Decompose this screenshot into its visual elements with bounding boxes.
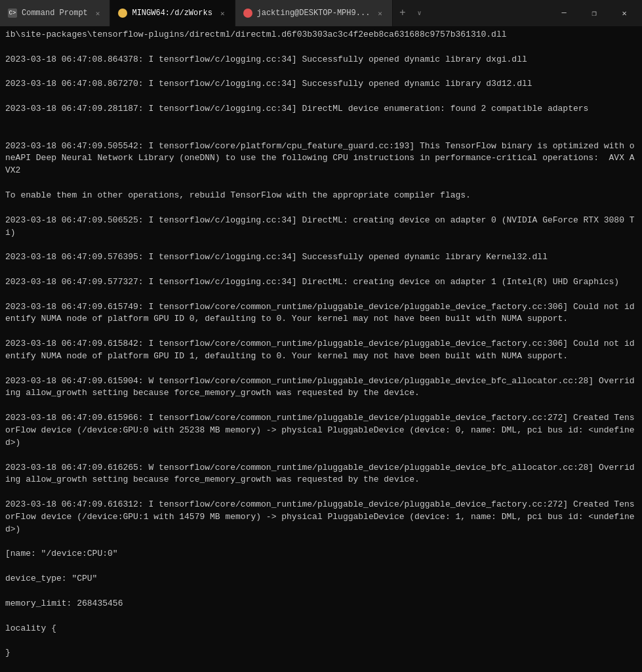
terminal-line: device_type: "CPU" <box>5 573 638 585</box>
terminal-line: 2023-03-18 06:47:09.505542: I tensorflow… <box>5 140 638 178</box>
tab-label-ssh: jackting@DESKTOP-MPH9... <box>257 9 371 18</box>
terminal-line: 2023-03-18 06:47:09.616312: I tensorflow… <box>5 499 638 536</box>
terminal-line: 2023-03-18 06:47:09.615749: I tensorflow… <box>5 301 638 326</box>
titlebar: C> Command Prompt ✕ MINGW64:/d/zWorks ✕ … <box>0 0 642 26</box>
ssh-icon <box>243 9 252 18</box>
terminal-line: 2023-03-18 06:47:09.576395: I tensorflow… <box>5 251 638 264</box>
terminal-line: 2023-03-18 06:47:09.281187: I tensorflow… <box>5 103 638 116</box>
tab-label-cmd: Command Prompt <box>22 9 88 18</box>
terminal-line: [name: "/device:CPU:0" <box>5 548 638 560</box>
terminal-line: To enable them in other operations, rebu… <box>5 190 638 202</box>
terminal-output[interactable]: ib\site-packages\tensorflow-plugins/dire… <box>0 26 642 672</box>
tab-ssh[interactable]: jackting@DESKTOP-MPH9... ✕ <box>235 0 393 26</box>
new-tab-button[interactable]: + <box>393 0 412 26</box>
tab-mingw[interactable]: MINGW64:/d/zWorks ✕ <box>110 0 235 26</box>
terminal-line: 2023-03-18 06:47:09.577327: I tensorflow… <box>5 276 638 289</box>
tab-label-mingw: MINGW64:/d/zWorks <box>132 9 212 18</box>
terminal-line: locality { <box>5 623 638 635</box>
mingw-icon <box>118 9 127 18</box>
terminal-line: 2023-03-18 06:47:08.867270: I tensorflow… <box>5 78 638 91</box>
terminal-line: 2023-03-18 06:47:08.864378: I tensorflow… <box>5 54 638 66</box>
tab-close-ssh[interactable]: ✕ <box>376 9 384 18</box>
terminal-line: } <box>5 647 638 660</box>
minimize-button[interactable]: ─ <box>549 3 579 24</box>
terminal-line: 2023-03-18 06:47:09.615904: W tensorflow… <box>5 375 638 400</box>
tab-close-cmd[interactable]: ✕ <box>94 9 102 18</box>
window: C> Command Prompt ✕ MINGW64:/d/zWorks ✕ … <box>0 0 642 672</box>
window-controls: ─ ❐ ✕ <box>549 0 642 26</box>
terminal-line: ib\site-packages\tensorflow-plugins/dire… <box>5 29 638 41</box>
tab-dropdown-button[interactable]: ∨ <box>412 0 427 26</box>
tab-list: C> Command Prompt ✕ MINGW64:/d/zWorks ✕ … <box>0 0 549 26</box>
close-button[interactable]: ✕ <box>609 3 639 24</box>
tab-command-prompt[interactable]: C> Command Prompt ✕ <box>0 0 110 26</box>
tab-close-mingw[interactable]: ✕ <box>218 9 227 18</box>
terminal-line: 2023-03-18 06:47:09.506525: I tensorflow… <box>5 215 638 240</box>
terminal-line: 2023-03-18 06:47:09.616265: W tensorflow… <box>5 462 638 487</box>
terminal-line: 2023-03-18 06:47:09.615842: I tensorflow… <box>5 338 638 363</box>
restore-button[interactable]: ❐ <box>579 3 609 24</box>
cmd-icon: C> <box>8 9 17 18</box>
terminal-line: memory_limit: 268435456 <box>5 598 638 610</box>
terminal-line: 2023-03-18 06:47:09.615966: I tensorflow… <box>5 412 638 450</box>
